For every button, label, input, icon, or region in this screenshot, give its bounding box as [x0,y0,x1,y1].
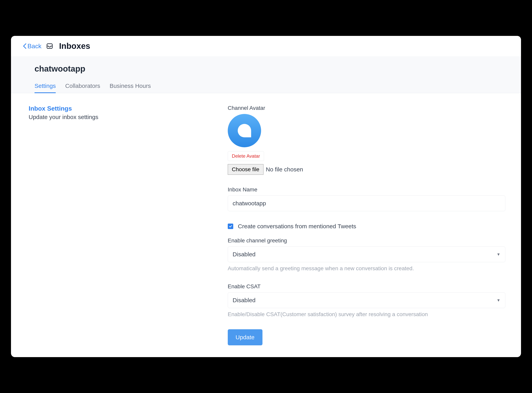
sidebar-title: Inbox Settings [29,105,216,112]
avatar-image [228,114,261,147]
settings-sidebar: Inbox Settings Update your inbox setting… [27,105,228,345]
file-input-row: Choose file No file chosen [228,164,505,175]
tab-business-hours[interactable]: Business Hours [110,79,151,93]
delete-avatar-button[interactable]: Delete Avatar [228,151,264,161]
greeting-help: Automatically send a greeting message wh… [228,265,505,272]
avatar-label: Channel Avatar [228,105,505,111]
header-bar: Back Inboxes [11,36,521,56]
csat-help: Enable/Disable CSAT(Customer satisfactio… [228,311,505,318]
back-label: Back [27,43,41,50]
csat-select[interactable]: Disabled ▼ [228,292,505,308]
app-window: Back Inboxes chatwootapp Settings Collab… [11,36,521,357]
settings-form: Channel Avatar Delete Avatar Choose file… [228,105,505,345]
mentioned-tweets-row: Create conversations from mentioned Twee… [228,223,505,230]
tab-settings[interactable]: Settings [34,79,56,93]
csat-label: Enable CSAT [228,283,505,290]
page-title: Inboxes [59,41,90,51]
inbox-icon [46,43,53,50]
inbox-name-label: Inbox Name [228,187,505,193]
chevron-left-icon [23,43,27,49]
greeting-value: Disabled [233,251,256,258]
tab-collaborators[interactable]: Collaborators [65,79,100,93]
sidebar-description: Update your inbox settings [29,114,216,120]
update-button[interactable]: Update [228,329,262,345]
inbox-name-input[interactable] [228,196,505,211]
chatwoot-logo-icon [236,122,253,139]
csat-value: Disabled [233,297,256,304]
caret-down-icon: ▼ [497,252,500,257]
choose-file-button[interactable]: Choose file [228,164,263,175]
sub-header: chatwootapp Settings Collaborators Busin… [11,56,521,93]
content: Inbox Settings Update your inbox setting… [11,93,521,357]
greeting-label: Enable channel greeting [228,237,505,244]
inbox-name-heading: chatwootapp [34,64,498,74]
back-button[interactable]: Back [23,43,41,50]
mentioned-tweets-label: Create conversations from mentioned Twee… [238,223,356,230]
file-status: No file chosen [266,166,303,173]
mentioned-tweets-checkbox[interactable] [228,224,233,229]
tabs: Settings Collaborators Business Hours [34,79,498,93]
greeting-select[interactable]: Disabled ▼ [228,246,505,262]
check-icon [229,225,232,228]
caret-down-icon: ▼ [497,298,500,303]
